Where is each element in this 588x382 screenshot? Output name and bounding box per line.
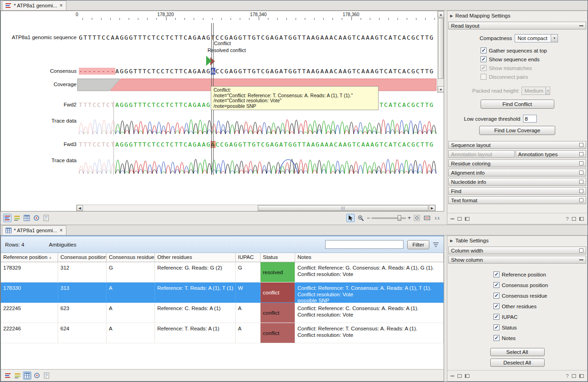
section-text-format[interactable]: Text format bbox=[448, 196, 586, 204]
section-residue-coloring[interactable]: Residue coloring bbox=[448, 159, 586, 167]
filter-button[interactable]: Filter bbox=[407, 240, 429, 249]
dock-panel-icon[interactable] bbox=[465, 374, 469, 378]
section-show-column[interactable]: Show column bbox=[448, 256, 586, 264]
expand-icon[interactable] bbox=[579, 189, 583, 193]
table-footer-toolbar bbox=[1, 369, 444, 381]
table-view-button[interactable] bbox=[23, 371, 31, 380]
column-header-consensus-residue[interactable]: Consensus residue bbox=[107, 253, 155, 262]
apply-settings-icon[interactable] bbox=[579, 374, 584, 378]
zoom-slider[interactable] bbox=[372, 215, 406, 221]
expand-icon[interactable] bbox=[579, 180, 583, 184]
collapse-icon[interactable] bbox=[579, 259, 583, 260]
column-header-other-residues[interactable]: Other residues bbox=[155, 253, 236, 262]
checkbox-show-sequence-ends[interactable]: ✓ Show sequence ends bbox=[481, 55, 587, 64]
read-mapping-settings-header[interactable]: ▶ Read Mapping Settings bbox=[447, 11, 587, 20]
float-panel-icon[interactable] bbox=[457, 217, 462, 221]
minimize-panel-icon[interactable] bbox=[451, 376, 454, 376]
vertical-scrollbar[interactable]: ▲ ▼ bbox=[437, 11, 444, 93]
section-alignment-info[interactable]: Alignment info bbox=[448, 169, 586, 176]
zoom-in-button[interactable]: + bbox=[408, 215, 411, 221]
table-row-selected[interactable]: 178330 313 A Reference: T. Reads: A (1),… bbox=[1, 282, 444, 303]
checkbox-consensus-residue[interactable]: ✓ Consensus residue bbox=[493, 290, 587, 301]
deselect-all-button[interactable]: Deselect All bbox=[490, 358, 545, 367]
column-header-reference-position[interactable]: Reference position∧ bbox=[1, 253, 58, 262]
table-row[interactable]: 222246 624 A Reference: T. Reads: A (1) … bbox=[1, 323, 444, 343]
close-icon[interactable]: × bbox=[59, 228, 63, 233]
save-settings-icon[interactable] bbox=[572, 374, 576, 378]
section-annotation-types[interactable]: Annotation types bbox=[516, 150, 586, 158]
table-settings-header[interactable]: ▶ Table Settings bbox=[447, 236, 587, 245]
collapse-icon[interactable] bbox=[579, 25, 583, 26]
table-search-input[interactable] bbox=[325, 240, 404, 249]
column-header-notes[interactable]: Notes bbox=[295, 253, 444, 262]
select-all-button[interactable]: Select All bbox=[490, 348, 545, 356]
low-coverage-threshold-input[interactable] bbox=[523, 115, 537, 123]
column-header-status[interactable]: Status bbox=[261, 253, 295, 262]
checkbox-notes[interactable]: ✓ Notes bbox=[493, 333, 587, 343]
horizontal-scroll-thumb[interactable] bbox=[258, 205, 428, 211]
table-row[interactable]: 222245 623 A Reference: C. Reads: A (1) … bbox=[1, 303, 444, 323]
close-icon[interactable]: × bbox=[59, 3, 63, 8]
expand-icon[interactable] bbox=[579, 152, 583, 156]
checkbox-status[interactable]: ✓ Status bbox=[493, 322, 587, 333]
help-icon[interactable]: ? bbox=[566, 216, 569, 222]
column-header-consensus-position[interactable]: Consensus position bbox=[58, 253, 107, 262]
horizontal-scrollbar[interactable]: ◀ ▶ bbox=[76, 205, 436, 212]
checkbox-iupac[interactable]: ✓ IUPAC bbox=[493, 311, 587, 322]
tab-conflicts-table[interactable]: * ATP8a1 genomi... × bbox=[2, 225, 66, 235]
overview-button[interactable] bbox=[33, 371, 41, 380]
scroll-up-button[interactable]: ▲ bbox=[438, 11, 444, 18]
report-view-button[interactable] bbox=[42, 214, 50, 222]
expand-icon[interactable] bbox=[579, 198, 583, 202]
vertical-scroll-thumb[interactable] bbox=[438, 18, 444, 79]
column-header-iupac[interactable]: IUPAC bbox=[236, 253, 261, 262]
zoom-slider-thumb[interactable] bbox=[398, 215, 401, 221]
expand-icon[interactable] bbox=[579, 143, 583, 147]
table-row[interactable]: 178329 312 G Reference: G. Reads: G (2) … bbox=[1, 262, 444, 282]
checkbox-gather-sequences-at-top[interactable]: ✓ Gather sequences at top bbox=[481, 46, 587, 55]
cell-reference-position: 178329 bbox=[1, 262, 58, 282]
float-panel-icon[interactable] bbox=[457, 374, 462, 378]
find-conflict-button[interactable]: Find Conflict bbox=[481, 100, 554, 109]
pointer-tool-button[interactable] bbox=[346, 214, 355, 222]
minimize-panel-icon[interactable] bbox=[451, 218, 454, 219]
scroll-down-button[interactable]: ▼ bbox=[438, 86, 444, 93]
find-low-coverage-button[interactable]: Find Low Coverage bbox=[479, 126, 555, 135]
compactness-select[interactable]: Not compact ▼ bbox=[515, 34, 558, 42]
checkbox-other-residues[interactable]: ✓ Other residues bbox=[493, 301, 587, 311]
apply-settings-icon[interactable] bbox=[579, 217, 584, 221]
checkbox-reference-position[interactable]: ✓ Reference position bbox=[493, 269, 587, 280]
fit-width-button[interactable] bbox=[423, 214, 431, 222]
section-nucleotide-info[interactable]: Nucleotide info bbox=[448, 178, 586, 186]
tab-read-mapping[interactable]: * ATP8a1 genomi... × bbox=[2, 0, 66, 10]
help-icon[interactable]: ? bbox=[566, 373, 569, 379]
graphical-view-icon bbox=[5, 372, 11, 379]
section-sequence-layout[interactable]: Sequence layout bbox=[448, 141, 586, 149]
section-read-layout[interactable]: Read layout bbox=[448, 22, 586, 29]
section-column-width[interactable]: Column width bbox=[448, 247, 586, 254]
save-settings-icon[interactable] bbox=[572, 217, 576, 221]
zoom-out-button[interactable]: − bbox=[367, 215, 370, 221]
zoom-in-tool-button[interactable] bbox=[356, 214, 365, 222]
scroll-left-button[interactable]: ◀ bbox=[77, 205, 83, 211]
section-find[interactable]: Find bbox=[448, 187, 586, 195]
overview-button[interactable] bbox=[32, 214, 41, 222]
zoom-selection-button[interactable] bbox=[413, 214, 421, 222]
checkbox-consensus-position[interactable]: ✓ Consensus position bbox=[493, 280, 587, 290]
report-view-button[interactable] bbox=[42, 371, 51, 380]
scroll-right-button[interactable]: ▶ bbox=[429, 205, 435, 211]
one-to-one-zoom-button[interactable]: 1:1 bbox=[433, 214, 441, 222]
reference-track-label: ATP8a1 genomic sequence bbox=[2, 35, 77, 40]
read-mapping-editor[interactable]: 0 178,320 178,340 178,360 ATP8a1 genomic… bbox=[0, 11, 444, 212]
expand-icon[interactable] bbox=[579, 170, 583, 175]
filter-options-icon[interactable] bbox=[432, 241, 440, 248]
packed-view-button[interactable] bbox=[13, 214, 21, 222]
graphical-view-button[interactable] bbox=[3, 214, 12, 222]
expand-icon[interactable] bbox=[579, 161, 583, 165]
checkbox-checked-icon: ✓ bbox=[481, 56, 487, 62]
dock-panel-icon[interactable] bbox=[465, 217, 469, 221]
graphical-view-button[interactable] bbox=[4, 371, 12, 380]
packed-view-button[interactable] bbox=[13, 371, 22, 380]
expand-icon[interactable] bbox=[579, 248, 583, 253]
table-view-button[interactable] bbox=[23, 214, 31, 222]
